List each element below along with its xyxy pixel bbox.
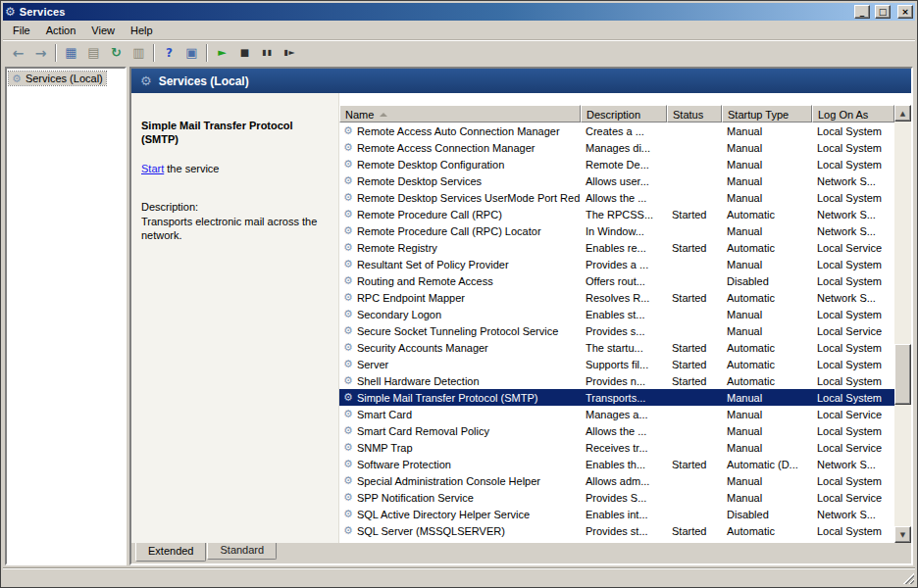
service-row[interactable]: ⚙ Security Accounts Manager The startu..…: [339, 339, 894, 356]
column-header-name[interactable]: Name: [339, 105, 581, 122]
service-log-on-as: Local Service: [812, 325, 894, 337]
service-startup-type: Manual: [722, 159, 812, 171]
column-header-startup-type[interactable]: Startup Type: [722, 105, 812, 122]
service-row[interactable]: ⚙ Remote Desktop Services UserMode Port …: [339, 189, 894, 206]
service-row[interactable]: ⚙ Resultant Set of Policy Provider Provi…: [339, 256, 894, 272]
service-startup-type: Manual: [722, 425, 812, 437]
service-row[interactable]: ⚙ RPC Endpoint Mapper Resolves R... Star…: [339, 289, 894, 306]
service-description: In Window...: [581, 225, 667, 237]
tree-item-label: Services (Local): [26, 73, 103, 84]
start-service-link[interactable]: Start: [141, 163, 164, 174]
title-bar[interactable]: ⚙ Services _ □ ×: [3, 3, 915, 21]
column-header-status[interactable]: Status: [667, 105, 722, 122]
service-gear-icon: ⚙: [343, 425, 353, 436]
service-row[interactable]: ⚙ Software Protection Enables th... Star…: [339, 456, 894, 472]
scroll-up-button[interactable]: ▲: [894, 105, 911, 122]
maximize-button[interactable]: □: [875, 5, 891, 19]
service-description: Receives tr...: [581, 442, 667, 454]
service-startup-type: Automatic: [722, 242, 812, 254]
service-startup-type: Manual: [722, 125, 812, 137]
restart-service-icon: ▮►: [283, 48, 296, 57]
service-row[interactable]: ⚙ Smart Card Removal Policy Allows the .…: [339, 422, 894, 439]
service-name: Resultant Set of Policy Provider: [357, 259, 509, 270]
service-log-on-as: Local System: [812, 309, 894, 320]
service-name-cell: ⚙ Remote Registry: [339, 242, 581, 254]
service-row[interactable]: ⚙ Remote Procedure Call (RPC) The RPCSS.…: [339, 206, 894, 222]
service-row[interactable]: ⚙ Remote Access Connection Manager Manag…: [339, 139, 894, 156]
service-name: RPC Endpoint Mapper: [357, 292, 465, 304]
service-row[interactable]: ⚙ SNMP Trap Receives tr... Manual Local …: [339, 439, 894, 456]
properties-button[interactable]: ▤: [82, 42, 105, 64]
pause-service-button[interactable]: ▮▮: [256, 42, 279, 64]
service-row[interactable]: ⚙ Remote Registry Enables re... Started …: [339, 239, 894, 256]
menu-view[interactable]: View: [83, 23, 123, 38]
close-button[interactable]: ×: [897, 5, 913, 19]
service-gear-icon: ⚙: [343, 125, 353, 136]
service-row[interactable]: ⚙ SPP Notification Service Provides S...…: [339, 489, 894, 506]
tree-item-services-local[interactable]: ⚙ Services (Local): [9, 72, 106, 85]
service-gear-icon: ⚙: [343, 442, 353, 453]
service-row[interactable]: ⚙ Server Supports fil... Started Automat…: [339, 356, 894, 372]
tab-standard[interactable]: Standard: [207, 543, 277, 560]
service-log-on-as: Network S...: [812, 225, 894, 237]
service-gear-icon: ⚙: [343, 159, 353, 170]
service-description: Provides n...: [581, 375, 667, 387]
refresh-button[interactable]: ↻: [105, 42, 128, 64]
scroll-down-button[interactable]: ▼: [894, 526, 911, 543]
service-row[interactable]: ⚙ SQL Active Directory Helper Service En…: [339, 506, 894, 522]
service-row[interactable]: ⚙ SQL Server (MSSQLSERVER) Provides st..…: [339, 522, 894, 539]
service-row[interactable]: ⚙ Remote Procedure Call (RPC) Locator In…: [339, 222, 894, 239]
service-row[interactable]: ⚙ Smart Card Manages a... Manual Local S…: [339, 406, 894, 422]
service-name-cell: ⚙ Remote Access Connection Manager: [339, 142, 581, 154]
resize-grip-icon[interactable]: [901, 571, 914, 584]
service-description: Provides a ...: [581, 259, 667, 270]
show-console-tree-button[interactable]: ▦: [60, 42, 82, 64]
minimize-button[interactable]: _: [854, 5, 870, 19]
service-row[interactable]: ⚙ Shell Hardware Detection Provides n...…: [339, 372, 894, 389]
service-log-on-as: Local System: [812, 425, 894, 437]
service-name: Shell Hardware Detection: [357, 375, 480, 387]
start-service-button[interactable]: ►: [211, 42, 233, 64]
properties-icon: ▤: [87, 45, 99, 60]
service-row[interactable]: ⚙ Routing and Remote Access Offers rout.…: [339, 272, 894, 289]
service-row[interactable]: ⚙ Remote Desktop Services Allows user...…: [339, 172, 894, 189]
service-description: Provides s...: [581, 325, 667, 337]
service-row[interactable]: ⚙ Secure Socket Tunneling Protocol Servi…: [339, 322, 894, 339]
column-header-description[interactable]: Description: [581, 105, 667, 122]
service-gear-icon: ⚙: [343, 309, 353, 319]
back-button[interactable]: ←: [7, 42, 29, 64]
service-name: Secure Socket Tunneling Protocol Service: [357, 325, 558, 337]
help-button[interactable]: ?: [158, 42, 180, 64]
forward-button[interactable]: →: [29, 42, 52, 64]
menu-help[interactable]: Help: [123, 23, 161, 38]
scrollbar-track[interactable]: [894, 122, 911, 526]
service-row[interactable]: ⚙ Special Administration Console Helper …: [339, 472, 894, 489]
service-row[interactable]: ⚙ Simple Mail Transfer Protocol (SMTP) T…: [339, 389, 894, 406]
export-list-button[interactable]: ▥: [128, 42, 150, 64]
services-window: ⚙ Services _ □ × File Action View Help ←…: [0, 0, 918, 588]
menu-file[interactable]: File: [5, 23, 38, 38]
column-header-name-label: Name: [345, 109, 374, 121]
service-startup-type: Manual: [722, 142, 812, 154]
service-name-cell: ⚙ Remote Procedure Call (RPC) Locator: [339, 225, 581, 237]
menu-action[interactable]: Action: [38, 23, 84, 38]
service-name-cell: ⚙ Security Accounts Manager: [339, 342, 581, 354]
vertical-scrollbar[interactable]: ▲ ▼: [894, 105, 911, 543]
service-startup-type: Disabled: [722, 509, 812, 520]
tab-extended[interactable]: Extended: [135, 543, 206, 562]
service-row[interactable]: ⚙ Secondary Logon Enables st... Manual L…: [339, 306, 894, 322]
stop-service-button[interactable]: ■: [233, 42, 256, 64]
scrollbar-thumb[interactable]: [894, 344, 911, 405]
service-gear-icon: ⚙: [343, 192, 353, 203]
restart-service-button[interactable]: ▮►: [279, 42, 301, 64]
service-row[interactable]: ⚙ Remote Access Auto Connection Manager …: [339, 122, 894, 139]
column-header-log-on-as[interactable]: Log On As: [812, 105, 894, 122]
service-gear-icon: ⚙: [343, 359, 353, 369]
scroll-up-icon: ▲: [900, 110, 905, 118]
refresh-icon: ↻: [111, 45, 122, 60]
service-row[interactable]: ⚙ Remote Desktop Configuration Remote De…: [339, 156, 894, 172]
scroll-down-icon: ▼: [900, 531, 905, 539]
service-description: Allows adm...: [581, 475, 667, 487]
service-name: Security Accounts Manager: [357, 342, 488, 354]
console-window-button[interactable]: ▣: [180, 42, 203, 64]
